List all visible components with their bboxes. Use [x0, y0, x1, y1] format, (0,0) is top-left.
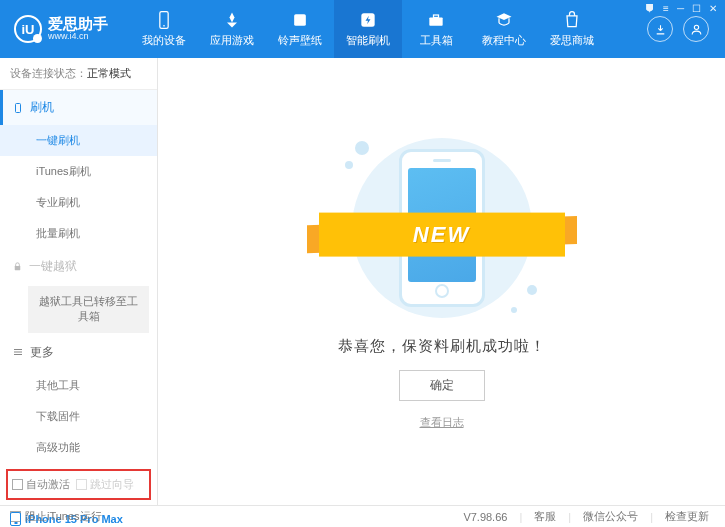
nav-flash[interactable]: 智能刷机: [334, 0, 402, 58]
nav-label: 工具箱: [420, 33, 453, 48]
download-manager-button[interactable]: [647, 16, 673, 42]
sidebar-item-download-firmware[interactable]: 下载固件: [0, 401, 157, 432]
logo-icon: iU: [14, 15, 42, 43]
svg-rect-10: [14, 352, 22, 353]
nav-label: 我的设备: [142, 33, 186, 48]
download-icon: [654, 23, 667, 36]
auto-activate-checkbox[interactable]: 自动激活: [12, 477, 70, 492]
lock-icon: [12, 261, 23, 272]
main-content: NEW 恭喜您，保资料刷机成功啦！ 确定 查看日志: [158, 58, 725, 505]
list-icon: [12, 346, 24, 358]
nav-tutorial[interactable]: 教程中心: [470, 0, 538, 58]
nav-apps[interactable]: 应用游戏: [198, 0, 266, 58]
sidebar-group-flash[interactable]: 刷机: [0, 90, 157, 125]
user-button[interactable]: [683, 16, 709, 42]
svg-point-1: [163, 25, 165, 27]
connection-status: 设备连接状态：正常模式: [0, 58, 157, 90]
sidebar-item-itunes[interactable]: iTunes刷机: [0, 156, 157, 187]
nav-label: 应用游戏: [210, 33, 254, 48]
nav-ringtone[interactable]: 铃声壁纸: [266, 0, 334, 58]
jailbreak-moved-note[interactable]: 越狱工具已转移至工具箱: [28, 286, 149, 333]
maximize-icon[interactable]: ☐: [692, 3, 701, 14]
success-illustration: NEW: [337, 133, 547, 323]
phone-icon: [12, 102, 24, 114]
phone-icon: [10, 512, 21, 526]
apps-icon: [222, 10, 242, 30]
toolbox-icon: [426, 10, 446, 30]
sidebar-group-label: 更多: [30, 344, 54, 361]
flash-icon: [358, 10, 378, 30]
svg-rect-5: [434, 15, 439, 18]
nav-store[interactable]: 爱思商城: [538, 0, 606, 58]
svg-rect-9: [14, 349, 22, 350]
nav-label: 爱思商城: [550, 33, 594, 48]
svg-rect-7: [16, 103, 21, 112]
svg-rect-2: [294, 14, 306, 26]
close-icon[interactable]: ✕: [709, 3, 717, 14]
store-icon: [562, 10, 582, 30]
minimize-icon[interactable]: ─: [677, 3, 684, 14]
sidebar-group-jailbreak: 一键越狱: [0, 249, 157, 284]
sidebar-item-oneclick[interactable]: 一键刷机: [0, 125, 157, 156]
options-highlight-box: 自动激活 跳过向导: [6, 469, 151, 500]
nav-my-device[interactable]: 我的设备: [130, 0, 198, 58]
ringtone-icon: [290, 10, 310, 30]
nav-toolbox[interactable]: 工具箱: [402, 0, 470, 58]
version-label: V7.98.66: [457, 511, 513, 523]
block-itunes-checkbox[interactable]: 阻止iTunes运行: [10, 509, 102, 524]
svg-rect-8: [15, 266, 21, 270]
sidebar-item-pro[interactable]: 专业刷机: [0, 187, 157, 218]
user-icon: [690, 23, 703, 36]
sidebar-item-batch[interactable]: 批量刷机: [0, 218, 157, 249]
sidebar: 设备连接状态：正常模式 刷机 一键刷机 iTunes刷机 专业刷机 批量刷机 一…: [0, 58, 158, 505]
sidebar-group-more[interactable]: 更多: [0, 335, 157, 370]
device-icon: [154, 10, 174, 30]
ok-button[interactable]: 确定: [399, 370, 485, 401]
logo[interactable]: iU 爱思助手 www.i4.cn: [0, 15, 130, 43]
sidebar-item-other-tools[interactable]: 其他工具: [0, 370, 157, 401]
main-nav: 我的设备 应用游戏 铃声壁纸 智能刷机 工具箱 教程中心 爱思商城: [130, 0, 631, 58]
nav-label: 教程中心: [482, 33, 526, 48]
svg-rect-4: [429, 18, 442, 26]
sidebar-item-advanced[interactable]: 高级功能: [0, 432, 157, 463]
footer-wechat[interactable]: 微信公众号: [577, 509, 644, 524]
gift-icon[interactable]: ⛊: [645, 3, 655, 14]
tutorial-icon: [494, 10, 514, 30]
new-ribbon: NEW: [319, 213, 565, 257]
nav-label: 智能刷机: [346, 33, 390, 48]
footer-update[interactable]: 检查更新: [659, 509, 715, 524]
menu-icon[interactable]: ≡: [663, 3, 669, 14]
header: iU 爱思助手 www.i4.cn 我的设备 应用游戏 铃声壁纸 智能刷机 工具…: [0, 0, 725, 58]
skip-setup-checkbox[interactable]: 跳过向导: [76, 477, 134, 492]
svg-rect-11: [14, 354, 22, 355]
view-log-link[interactable]: 查看日志: [420, 415, 464, 430]
nav-label: 铃声壁纸: [278, 33, 322, 48]
sidebar-group-label: 刷机: [30, 99, 54, 116]
footer-support[interactable]: 客服: [528, 509, 562, 524]
app-url: www.i4.cn: [48, 32, 108, 42]
success-message: 恭喜您，保资料刷机成功啦！: [338, 337, 546, 356]
sidebar-group-label: 一键越狱: [29, 258, 77, 275]
svg-point-6: [694, 25, 698, 29]
app-title: 爱思助手: [48, 16, 108, 33]
